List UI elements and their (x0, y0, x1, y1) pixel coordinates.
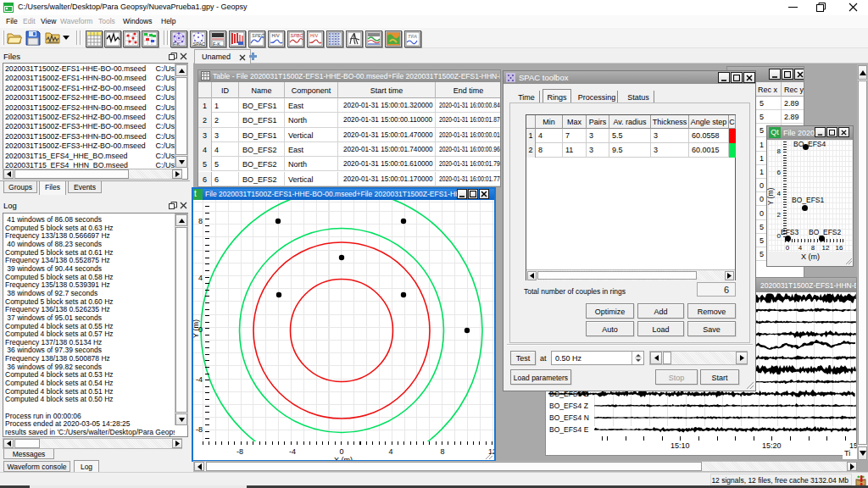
svg-text:TFA: TFA (408, 34, 417, 39)
svg-text:F-K: F-K (173, 42, 181, 47)
svg-text:SPBC: SPBC (291, 33, 303, 38)
svg-text:H/V: H/V (272, 33, 281, 38)
svg-text:SPAC: SPAC (193, 42, 206, 47)
svg-text:H/V: H/V (310, 33, 319, 38)
svg-text:F-K: F-K (213, 42, 220, 47)
